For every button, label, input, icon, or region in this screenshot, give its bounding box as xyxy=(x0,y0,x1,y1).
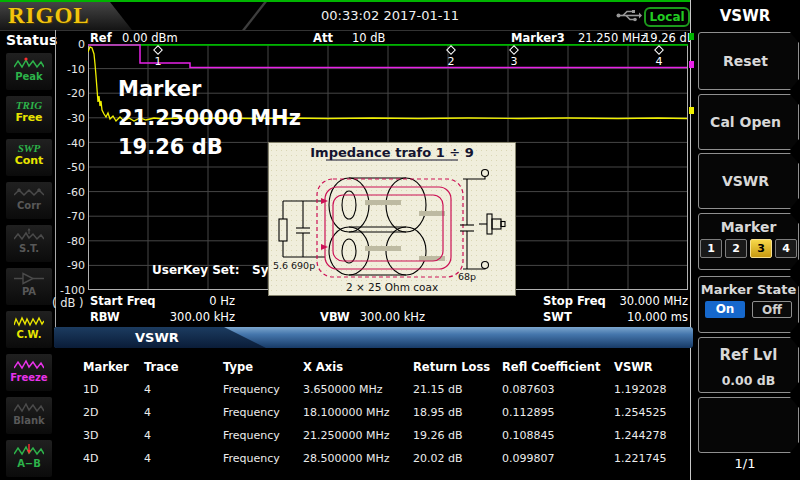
logo-streak xyxy=(242,2,267,30)
marker-header-amp: 19.26 dB xyxy=(643,31,695,45)
marker-state-label: Marker State xyxy=(699,282,798,297)
marker-number-1: 1 xyxy=(155,55,162,68)
y-tick: -30 xyxy=(58,112,85,125)
ref-lvl-button[interactable]: Ref Lvl 0.00 dB xyxy=(698,337,799,393)
status-item-label: S.T. xyxy=(6,243,52,254)
vswr-tab[interactable]: VSWR xyxy=(54,327,266,348)
core-shading xyxy=(365,200,445,261)
cw-waveform-icon xyxy=(14,314,44,329)
table-cell: 4 xyxy=(144,383,223,406)
table-cell: Frequency xyxy=(223,383,303,406)
vbw-value: 300.00 kHz xyxy=(355,310,425,324)
blank-softkey-button[interactable] xyxy=(698,397,799,453)
cap-right-label: 68p xyxy=(458,271,476,282)
marker-select-button[interactable]: Marker 1 2 3 4 xyxy=(698,213,799,270)
top-bar: RIGOL 00:33:02 2017-01-11 Local xyxy=(0,0,800,31)
marker-readout-freq: 21.250000 MHz xyxy=(118,104,301,133)
table-cell: 19.26 dB xyxy=(413,429,502,452)
vswr-button[interactable]: VSWR xyxy=(698,153,799,209)
marker-number-2: 2 xyxy=(448,55,455,68)
table-cell: Frequency xyxy=(223,429,303,452)
marker-state-on-button[interactable]: On xyxy=(705,301,745,318)
marker-diamonds xyxy=(154,46,663,54)
start-freq-label: Start Freq xyxy=(90,294,156,308)
vswr-button-label: VSWR xyxy=(699,173,792,189)
peak-waveform-icon xyxy=(14,56,44,71)
status-item-trace-math: A−B xyxy=(6,440,52,477)
y-tick: -10 xyxy=(58,63,85,76)
status-item-sweep: SWP Cont xyxy=(6,139,52,176)
table-cell: 1.244278 xyxy=(614,429,690,452)
swt-label: SWT xyxy=(543,310,572,324)
y-tick: 0 xyxy=(58,38,85,51)
coax-label: 2 × 25 Ohm coax xyxy=(346,281,438,293)
vswr-tab-label: VSWR xyxy=(135,330,179,345)
reset-button[interactable]: Reset xyxy=(698,32,799,90)
output-network xyxy=(460,170,505,270)
status-item-label: C.W. xyxy=(6,329,52,340)
table-cell: 4 xyxy=(144,429,223,452)
marker-number-4: 4 xyxy=(656,55,663,68)
marker-readout-title: Marker xyxy=(118,75,301,104)
impedance-transformer-inset: Impedance trafo 1 ÷ 9 xyxy=(268,142,516,296)
status-item-trigger: TRIG Free xyxy=(6,96,52,133)
marker-3-button[interactable]: 3 xyxy=(750,239,772,258)
status-item-blank: Blank xyxy=(6,397,52,434)
marker-1-button[interactable]: 1 xyxy=(700,239,722,258)
marker-state-button[interactable]: Marker State On Off xyxy=(698,276,799,333)
local-mode-badge: Local xyxy=(644,7,690,27)
status-item-label: Freeze xyxy=(6,372,52,383)
y-tick: -50 xyxy=(58,161,85,174)
yellow-trace-end-tick xyxy=(689,107,694,114)
marker-select-label: Marker xyxy=(699,219,798,235)
reset-button-label: Reset xyxy=(699,53,792,69)
table-cell: Frequency xyxy=(223,406,303,429)
status-item-label: Blank xyxy=(6,415,52,426)
y-tick: -40 xyxy=(58,137,85,150)
stop-freq-value: 30.000 MHz xyxy=(600,294,688,308)
marker-2-button[interactable]: 2 xyxy=(725,239,747,258)
ref-level-line xyxy=(88,44,688,46)
preamp-icon xyxy=(14,271,44,286)
input-network xyxy=(279,201,325,257)
y-tick: -20 xyxy=(58,87,85,100)
rigol-logo: RIGOL xyxy=(8,3,90,29)
green-trace-end-tick xyxy=(689,33,694,40)
table-cell: 18.100000 MHz xyxy=(303,406,413,429)
corr-waveform-icon xyxy=(14,185,44,200)
freeze-waveform-icon xyxy=(14,357,44,372)
y-tick: -60 xyxy=(58,186,85,199)
marker-4-button[interactable]: 4 xyxy=(775,239,797,258)
status-item-label: Peak xyxy=(6,71,52,82)
table-cell: 0.099807 xyxy=(502,452,614,475)
cap-left-label: 690p xyxy=(291,260,315,271)
status-item-sweep-time: S.T. xyxy=(6,225,52,262)
table-cell: 3.650000 MHz xyxy=(303,383,413,406)
ref-value: 0.00 dBm xyxy=(122,31,178,45)
marker-number-3: 3 xyxy=(511,55,518,68)
rbw-label: RBW xyxy=(90,310,120,324)
blank-waveform-icon xyxy=(14,400,44,415)
marker-number-labels: 1 2 3 4 xyxy=(155,55,663,68)
status-item-label: Corr xyxy=(6,200,52,211)
marker-state-off-button[interactable]: Off xyxy=(752,301,792,318)
status-item-label: PA xyxy=(6,286,52,297)
table-cell: 0.108845 xyxy=(502,429,614,452)
marker-header-label: Marker3 xyxy=(511,31,565,45)
vswr-table-bar: VSWR xyxy=(54,327,693,348)
table-cell: 1D xyxy=(83,383,144,406)
resistor-label: 5.6 xyxy=(273,260,288,271)
sweep-time-icon xyxy=(14,228,44,243)
table-cell: 1.254525 xyxy=(614,406,690,429)
circuit-diagram: Impedance trafo 1 ÷ 9 xyxy=(269,143,515,295)
cal-open-button[interactable]: Cal Open xyxy=(698,94,799,150)
table-cell: 4D xyxy=(83,452,144,475)
datetime: 00:33:02 2017-01-11 xyxy=(300,8,480,23)
ref-lvl-value: 0.00 dB xyxy=(699,373,798,388)
sidebar-separator xyxy=(55,30,56,327)
page-indicator: 1/1 xyxy=(690,456,800,471)
table-cell: 1.192028 xyxy=(614,383,690,406)
col-header: Marker xyxy=(83,360,144,381)
status-item-corr: Corr xyxy=(6,182,52,219)
status-item-freeze: Freeze xyxy=(6,354,52,391)
